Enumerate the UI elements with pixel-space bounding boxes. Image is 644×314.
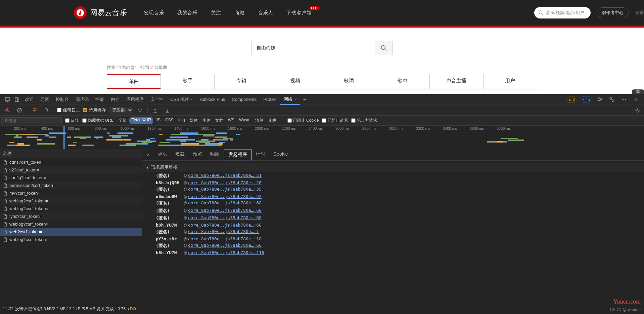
stack-link[interactable]: core_8ab780e….js?8ab780e…:68 bbox=[188, 200, 262, 206]
filter-type[interactable]: 字体 bbox=[200, 117, 213, 124]
stack-link[interactable]: core_8ab780e….js?8ab780e…:68 bbox=[188, 215, 262, 221]
info-badge[interactable]: 45 bbox=[580, 96, 592, 103]
filter-type[interactable]: 其他 bbox=[266, 117, 278, 124]
result-tab[interactable]: 专辑 bbox=[214, 74, 268, 89]
nav-item[interactable]: 下载客户端HOT bbox=[280, 0, 318, 26]
detail-tab[interactable]: 负载 bbox=[171, 149, 189, 161]
devtools-tab[interactable]: Adblock Plus bbox=[196, 94, 228, 105]
stack-link[interactable]: core_8ab780e….js?8ab780e…:20 bbox=[188, 180, 262, 185]
nav-item[interactable]: 我的音乐 bbox=[171, 0, 204, 26]
search-icon[interactable] bbox=[42, 106, 51, 115]
nav-item[interactable]: 发现音乐 bbox=[137, 0, 171, 26]
result-tab[interactable]: 用户 bbox=[483, 74, 537, 89]
blocked-cookie-checkbox[interactable]: 已阻止 Cookie bbox=[287, 118, 319, 123]
result-tab[interactable]: 歌单 bbox=[376, 74, 429, 89]
request-row[interactable]: weblog?csrf_token= bbox=[0, 220, 142, 228]
filter-type[interactable]: 文档 bbox=[213, 117, 225, 124]
detail-tab[interactable]: 标头 bbox=[154, 149, 171, 161]
devtools-tab[interactable]: CSS 概述▲ bbox=[167, 94, 196, 105]
warnings-badge[interactable]: 2 bbox=[566, 96, 578, 103]
preserve-log-checkbox[interactable]: 保留日志 bbox=[57, 107, 80, 113]
throttling-select[interactable]: 无限制 bbox=[109, 107, 133, 114]
result-tab[interactable]: 单曲 bbox=[107, 74, 160, 89]
device-toggle-icon[interactable] bbox=[12, 95, 21, 104]
stack-link[interactable]: core_8ab780e….js?8ab780e…:35 bbox=[188, 187, 262, 193]
result-tab[interactable]: 歌手 bbox=[160, 74, 214, 89]
settings-icon[interactable] bbox=[595, 95, 604, 104]
stack-link[interactable]: core_8ab780e….js?8ab780e…:68 bbox=[188, 208, 262, 214]
request-row[interactable]: cdns?csrf_token= bbox=[0, 158, 142, 166]
devtools-tab[interactable]: 元素 bbox=[37, 94, 52, 105]
detail-tab[interactable]: 预览 bbox=[189, 149, 206, 161]
nav-item[interactable]: 商城 bbox=[228, 0, 251, 26]
request-row[interactable]: weblog?csrf_token= bbox=[0, 236, 142, 243]
detail-tab[interactable]: 发起程序 bbox=[224, 149, 252, 160]
result-tab[interactable]: 声音主播 bbox=[429, 74, 483, 89]
request-row[interactable]: weblog?csrf_token= bbox=[0, 205, 142, 212]
detail-tab[interactable]: 响应 bbox=[206, 149, 224, 161]
filter-type[interactable]: Fetch/XHR bbox=[129, 117, 153, 124]
request-row[interactable]: permission?csrf_token= bbox=[0, 182, 142, 189]
request-row[interactable]: web?csrf_token= bbox=[0, 228, 142, 236]
hide-data-url-checkbox[interactable]: 隐藏数据 URL bbox=[82, 118, 113, 123]
filter-type[interactable]: 媒体 bbox=[188, 117, 200, 124]
filter-type[interactable]: WS bbox=[226, 117, 236, 124]
experiments-icon[interactable] bbox=[607, 95, 616, 104]
stack-link[interactable]: core_8ab780e….js?8ab780e…:116 bbox=[188, 250, 264, 255]
devtools-tab[interactable]: 网络× bbox=[280, 94, 300, 105]
filter-type[interactable]: Img bbox=[176, 117, 187, 124]
detail-tab[interactable]: 计时 bbox=[252, 149, 269, 161]
network-timeline[interactable]: 200 ms400 ms600 ms800 ms1000 ms1200 ms14… bbox=[0, 126, 644, 149]
devtools-tab[interactable]: 内存 bbox=[107, 94, 123, 105]
name-column-header[interactable]: 名称 bbox=[0, 149, 142, 158]
network-settings-icon[interactable] bbox=[633, 106, 642, 115]
request-row[interactable]: v2?csrf_token= bbox=[0, 166, 142, 174]
clear-icon[interactable] bbox=[15, 106, 24, 115]
search-input[interactable] bbox=[252, 41, 375, 55]
filter-input[interactable] bbox=[1, 117, 62, 124]
stack-section-header[interactable]: ▼请求调用堆栈 bbox=[142, 163, 644, 172]
stack-link[interactable]: core_8ab780e….js?8ab780e…:68 bbox=[188, 223, 262, 228]
detail-tab[interactable]: Cookie bbox=[269, 149, 292, 161]
logo[interactable]: 网易云音乐 bbox=[74, 6, 127, 19]
more-icon[interactable] bbox=[619, 95, 629, 104]
devtools-tab[interactable]: Components bbox=[228, 94, 260, 105]
nav-item[interactable]: 音乐人 bbox=[251, 0, 280, 26]
stack-link[interactable]: core_8ab780e….js?8ab780e…:21 bbox=[188, 173, 262, 179]
header-search[interactable]: 音乐/视频/电台/用户 bbox=[534, 7, 591, 18]
devtools-corner[interactable] bbox=[632, 89, 644, 94]
nav-item[interactable]: 关注 bbox=[204, 0, 228, 26]
result-tab[interactable]: 歌词 bbox=[322, 74, 376, 89]
disable-cache-checkbox[interactable]: 禁用缓存 bbox=[83, 107, 106, 113]
request-row[interactable]: weblog?csrf_token= bbox=[0, 197, 142, 205]
invert-checkbox[interactable]: 反转 bbox=[65, 118, 79, 123]
search-button[interactable] bbox=[375, 41, 392, 55]
devtools-tab[interactable]: 性能 bbox=[92, 94, 107, 105]
wifi-icon[interactable] bbox=[135, 106, 145, 115]
stack-link[interactable]: core_8ab780e….js?8ab780e…:66 bbox=[188, 243, 262, 249]
close-detail-icon[interactable]: × bbox=[144, 152, 152, 158]
stack-link[interactable]: core_8ab780e….js?8ab780e…:18 bbox=[188, 236, 262, 241]
upload-icon[interactable] bbox=[150, 106, 160, 115]
filter-type[interactable]: JS bbox=[154, 117, 163, 124]
stack-link[interactable]: core_8ab780e….js?8ab780e…:92 bbox=[188, 194, 262, 199]
request-row[interactable]: config?csrf_token= bbox=[0, 174, 142, 182]
third-party-checkbox[interactable]: 第三方请求 bbox=[351, 118, 377, 123]
filter-type[interactable]: CSS bbox=[163, 117, 176, 124]
download-icon[interactable] bbox=[163, 106, 172, 115]
devtools-tab[interactable]: 源代码 bbox=[72, 94, 92, 105]
blocked-requests-checkbox[interactable]: 已阻止请求 bbox=[322, 118, 348, 123]
add-tab-icon[interactable] bbox=[300, 95, 310, 104]
filter-icon[interactable] bbox=[30, 106, 39, 115]
devtools-tab[interactable]: Profiler bbox=[260, 94, 280, 105]
devtools-tab[interactable]: 应用程序 bbox=[123, 94, 147, 105]
devtools-tab[interactable]: 控制台 bbox=[52, 94, 72, 105]
close-devtools-icon[interactable] bbox=[631, 95, 641, 104]
result-tab[interactable]: 视频 bbox=[268, 74, 322, 89]
devtools-tab[interactable]: 安全性 bbox=[147, 94, 167, 105]
filter-type[interactable]: 全部 bbox=[117, 117, 129, 124]
creator-center-button[interactable]: 创作者中心 bbox=[597, 7, 629, 18]
filter-type[interactable]: 清单 bbox=[253, 117, 265, 124]
filter-type[interactable]: Wasm bbox=[237, 117, 252, 124]
request-row[interactable]: lyric?csrf_token= bbox=[0, 212, 142, 220]
